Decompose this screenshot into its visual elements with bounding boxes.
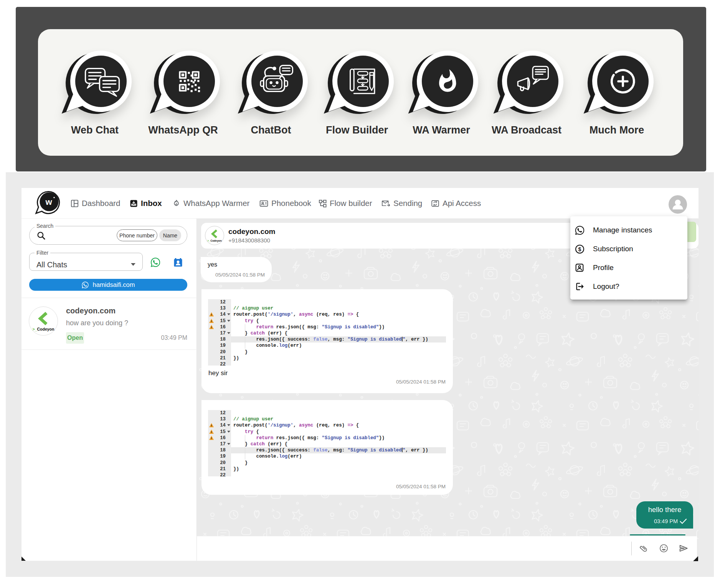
svg-text:$: $ xyxy=(578,246,581,252)
svg-text:>_Codeyon: >_Codeyon xyxy=(33,327,54,331)
svg-text:>_Codeyon: >_Codeyon xyxy=(207,239,221,242)
svg-text:w: w xyxy=(45,197,52,207)
